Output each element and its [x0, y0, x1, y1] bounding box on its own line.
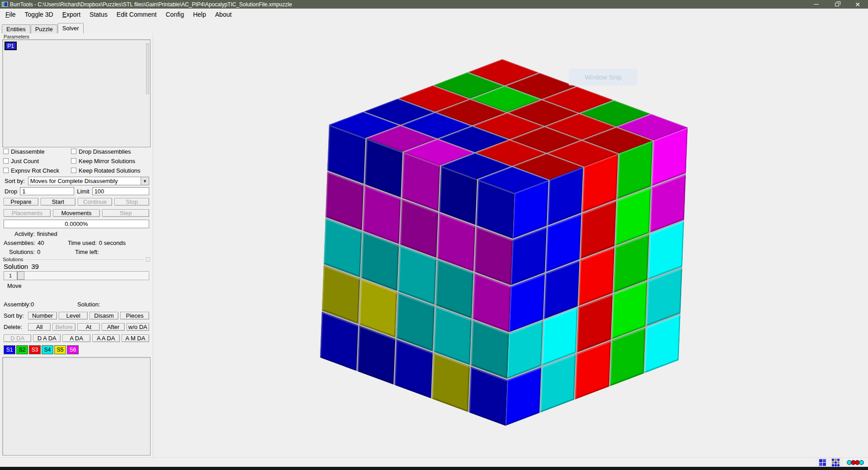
menu-item-status[interactable]: Status: [86, 9, 113, 20]
assemblies-value: 40: [38, 240, 44, 246]
delete-label: Delete:: [4, 324, 26, 330]
checkbox-expnsv-rot-check[interactable]: Expnsv Rot Check: [3, 167, 71, 174]
window-controls: ✕: [806, 0, 868, 9]
checkbox-drop-disassemblies[interactable]: Drop Disassemblies: [71, 148, 151, 155]
solutions-count-row: Solutions:0 Time left:: [4, 249, 149, 255]
status-bar: [0, 457, 868, 467]
solution-number-row: Solution 39: [4, 263, 149, 270]
drop-label: Drop: [4, 188, 18, 195]
piece-button-s6[interactable]: S6: [67, 345, 79, 354]
restore-button[interactable]: [826, 0, 847, 9]
solution-number: 39: [31, 263, 39, 270]
menu-item-export[interactable]: Export: [59, 9, 86, 20]
solver-stop: Stop: [114, 198, 149, 206]
menu-item-help[interactable]: Help: [189, 9, 212, 20]
close-icon: ✕: [855, 1, 860, 8]
da-d-a-da[interactable]: D A DA: [33, 334, 61, 342]
delete-all[interactable]: All: [28, 323, 51, 331]
activity-row: Activity: finished: [4, 230, 149, 237]
piece-button-s4[interactable]: S4: [42, 345, 53, 354]
solution-delete-row: Delete: AllBeforeAtAfterw/o DA: [4, 322, 149, 332]
pieces-grid-icon[interactable]: [816, 458, 829, 467]
sort-disasm[interactable]: Disasm: [90, 312, 118, 320]
grid-glyph: [831, 458, 840, 467]
solutions-group-square: [146, 257, 150, 262]
title-bar: BurrTools - C:\Users\Richard\Dropbox\Puz…: [0, 0, 868, 9]
da-a-a-da[interactable]: A A DA: [92, 334, 120, 342]
checkbox-label: Disassemble: [11, 148, 44, 155]
bottom-strip: [0, 467, 868, 470]
assemblies-row: Assemblies:40 Time used:0 seconds: [4, 240, 149, 246]
solver-movements[interactable]: Movements: [53, 209, 100, 217]
checkbox-box: [71, 149, 76, 154]
piece-button-s5[interactable]: S5: [54, 345, 66, 354]
menu-item-toggle-3d[interactable]: Toggle 3D: [21, 9, 59, 20]
close-button[interactable]: ✕: [847, 0, 868, 9]
assembly-grid-icon[interactable]: [829, 458, 842, 467]
drop-input[interactable]: 1: [20, 187, 74, 195]
assembly-solution-row: Assembly:0 Solution:: [4, 301, 149, 308]
solutions-group-header: Solutions: [3, 257, 150, 262]
delete-w-o-da[interactable]: w/o DA: [127, 323, 149, 331]
delete-at[interactable]: At: [77, 323, 100, 331]
restore-icon: [835, 3, 839, 6]
sort-number[interactable]: Number: [28, 312, 57, 320]
da-d-da: D DA: [4, 334, 31, 342]
solution-sort-label: Sort by:: [4, 312, 26, 319]
minimize-icon: [814, 4, 819, 5]
delete-after[interactable]: After: [102, 323, 124, 331]
solver-panel: Parameters P1 DisassembleDrop Disassembl…: [0, 33, 153, 457]
checkbox-box: [3, 168, 9, 173]
checkbox-label: Drop Disassemblies: [79, 148, 131, 155]
menu-item-file[interactable]: File: [2, 9, 21, 20]
piece-button-s2[interactable]: S2: [16, 345, 28, 354]
checkbox-keep-rotated-solutions[interactable]: Keep Rotated Solutions: [71, 167, 151, 174]
solution-spin-value[interactable]: 1: [4, 271, 17, 280]
solver-prepare[interactable]: Prepare: [4, 198, 38, 206]
tab-solver[interactable]: Solver: [58, 23, 84, 33]
solver-options: DisassembleDrop DisassembliesJust CountK…: [3, 148, 151, 174]
activity-value: finished: [37, 230, 57, 237]
checkbox-box: [3, 158, 9, 164]
problem-list-scrollbar[interactable]: [146, 43, 149, 94]
checkbox-disassemble[interactable]: Disassemble: [3, 148, 71, 155]
solutions-value: 0: [37, 249, 40, 255]
solution-list[interactable]: [2, 357, 151, 456]
sort-pieces[interactable]: Pieces: [120, 312, 149, 320]
solver-start[interactable]: Start: [41, 198, 75, 206]
checkbox-keep-mirror-solutions[interactable]: Keep Mirror Solutions: [71, 157, 151, 164]
delete-before: Before: [52, 323, 75, 331]
3d-viewport[interactable]: Window Snip: [154, 33, 868, 457]
da-a-da[interactable]: A DA: [62, 334, 90, 342]
window-snip-overlay: Window Snip: [569, 69, 637, 85]
tab-puzzle[interactable]: Puzzle: [31, 24, 57, 33]
checkbox-just-count[interactable]: Just Count: [3, 157, 71, 164]
sortby-value: Moves for Complete Disassembly: [28, 178, 141, 184]
da-a-m-da[interactable]: A M DA: [122, 334, 149, 342]
limit-input[interactable]: 100: [92, 187, 149, 195]
piece-button-s3[interactable]: S3: [29, 345, 41, 354]
status-circles-icon[interactable]: [842, 458, 868, 467]
menu-item-about[interactable]: About: [212, 9, 237, 20]
chevron-down-icon: ▼: [141, 177, 149, 185]
minimize-button[interactable]: [806, 0, 826, 9]
sortby-dropdown[interactable]: Moves for Complete Disassembly ▼: [28, 177, 149, 185]
solution-slider-handle[interactable]: [18, 272, 24, 280]
move-label: Move: [7, 282, 22, 289]
window-snip-text: Window Snip: [585, 74, 622, 81]
menu-item-config[interactable]: Config: [162, 9, 189, 20]
solutions-group-label: Solutions: [3, 257, 23, 262]
sortby-row: Sort by: Moves for Complete Disassembly …: [4, 177, 149, 185]
sort-level[interactable]: Level: [59, 312, 88, 320]
droplimit-row: Drop 1 Limit 100: [4, 187, 149, 195]
menu-item-edit-comment[interactable]: Edit Comment: [113, 9, 162, 20]
checkbox-box: [71, 158, 76, 164]
piece-button-s1[interactable]: S1: [4, 345, 15, 354]
checkbox-label: Keep Rotated Solutions: [79, 167, 141, 174]
solution-slider[interactable]: [17, 271, 149, 280]
tab-entities[interactable]: Entities: [2, 24, 30, 33]
checkbox-box: [3, 149, 9, 154]
time-left-label: Time left:: [75, 249, 99, 255]
problem-list[interactable]: P1: [2, 39, 151, 147]
problem-item-p1[interactable]: P1: [5, 42, 17, 50]
